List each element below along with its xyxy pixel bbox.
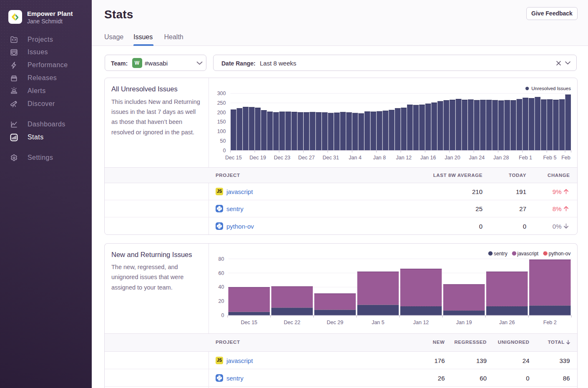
svg-text:Feb 5: Feb 5: [543, 155, 556, 161]
svg-text:Jan 12: Jan 12: [396, 155, 412, 161]
svg-text:Dec 22: Dec 22: [284, 320, 300, 325]
svg-text:Jan 26: Jan 26: [499, 320, 515, 325]
svg-text:Jan 19: Jan 19: [456, 320, 472, 325]
svg-text:python-ov: python-ov: [548, 251, 570, 257]
svg-text:Dec 31: Dec 31: [322, 155, 339, 161]
svg-text:0: 0: [221, 312, 224, 318]
svg-text:Jan 4: Jan 4: [349, 155, 362, 161]
svg-text:Jan 12: Jan 12: [413, 320, 429, 325]
svg-text:60: 60: [218, 270, 224, 276]
svg-text:Jan 20: Jan 20: [445, 155, 460, 161]
svg-text:Dec 19: Dec 19: [249, 155, 266, 161]
svg-text:Dec 15: Dec 15: [225, 155, 241, 161]
svg-text:Dec 15: Dec 15: [241, 320, 257, 325]
svg-text:20: 20: [218, 298, 224, 304]
svg-text:200: 200: [217, 109, 226, 115]
svg-text:150: 150: [217, 119, 226, 125]
svg-text:0: 0: [223, 147, 226, 153]
svg-text:Jan 5: Jan 5: [372, 320, 384, 325]
svg-text:Jan 16: Jan 16: [420, 155, 436, 161]
svg-text:Feb: Feb: [561, 155, 570, 161]
svg-text:Feb 2: Feb 2: [543, 320, 556, 325]
svg-text:Jan 8: Jan 8: [373, 155, 386, 161]
svg-text:100: 100: [217, 128, 226, 134]
svg-text:sentry: sentry: [494, 251, 508, 257]
svg-text:Jan 24: Jan 24: [469, 155, 485, 161]
svg-text:40: 40: [218, 284, 224, 290]
svg-text:80: 80: [218, 256, 224, 262]
svg-text:300: 300: [217, 91, 226, 96]
svg-text:Jan 28: Jan 28: [493, 155, 509, 161]
svg-text:50: 50: [220, 138, 226, 144]
svg-text:javascript: javascript: [517, 251, 538, 257]
svg-text:Dec 27: Dec 27: [298, 155, 315, 161]
svg-text:Unresolved Issues: Unresolved Issues: [531, 86, 571, 91]
svg-text:Dec 23: Dec 23: [274, 155, 290, 161]
svg-text:250: 250: [217, 100, 226, 106]
svg-text:Dec 29: Dec 29: [327, 320, 343, 325]
svg-text:Feb 1: Feb 1: [519, 155, 532, 161]
